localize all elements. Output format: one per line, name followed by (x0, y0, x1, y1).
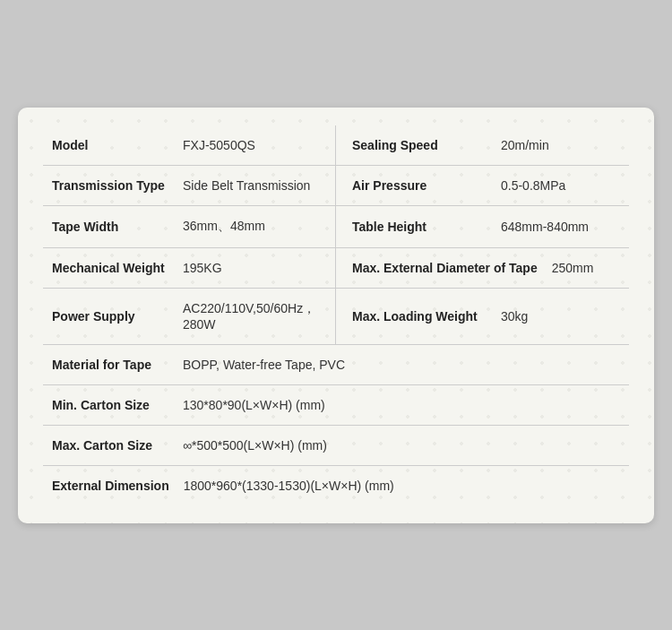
table-row: Tape Width36mm、48mmTable Height648mm-840… (43, 206, 629, 248)
spec-label: Air Pressure (352, 178, 487, 193)
spec-cell-full: Min. Carton Size130*80*90(L×W×H) (mm) (43, 385, 629, 425)
spec-label: Max. Carton Size (52, 438, 168, 453)
spec-cell-full: Max. Carton Size∞*500*500(L×W×H) (mm) (43, 426, 629, 465)
spec-label: Tape Width (52, 220, 168, 234)
spec-label: Model (52, 138, 168, 152)
table-row: Mechanical Weight195KGMax. External Diam… (43, 248, 629, 289)
table-row: Material for TapeBOPP, Water-free Tape, … (43, 345, 629, 385)
spec-cell-left: Transmission TypeSide Belt Transmission (43, 166, 336, 205)
table-row: Transmission TypeSide Belt TransmissionA… (43, 166, 629, 206)
spec-cell-left: Tape Width36mm、48mm (43, 206, 336, 247)
spec-label: Sealing Speed (352, 138, 487, 152)
spec-value: Side Belt Transmission (183, 178, 310, 193)
table-row: Power SupplyAC220/110V,50/60Hz，280WMax. … (43, 289, 629, 345)
table-row: External Dimension1800*960*(1330-1530)(L… (43, 466, 629, 505)
spec-value: 0.5-0.8MPa (501, 178, 565, 193)
table-row: ModelFXJ-5050QSSealing Speed20m/min (43, 125, 629, 166)
spec-cell-full: Material for TapeBOPP, Water-free Tape, … (43, 345, 629, 384)
spec-value: 20m/min (501, 138, 549, 152)
spec-value: AC220/110V,50/60Hz，280W (183, 301, 326, 332)
spec-value: 130*80*90(L×W×H) (mm) (183, 398, 325, 412)
spec-label: Max. Loading Weight (352, 309, 487, 324)
table-row: Min. Carton Size130*80*90(L×W×H) (mm) (43, 385, 629, 426)
spec-cell-left: Power SupplyAC220/110V,50/60Hz，280W (43, 289, 336, 344)
spec-value: 250mm (552, 261, 594, 275)
spec-card: ModelFXJ-5050QSSealing Speed20m/minTrans… (18, 108, 654, 523)
spec-value: 1800*960*(1330-1530)(L×W×H) (mm) (184, 479, 394, 493)
spec-label: Max. External Diameter of Tape (352, 261, 538, 275)
spec-cell-right: Max. External Diameter of Tape250mm (336, 248, 629, 288)
spec-cell-left: ModelFXJ-5050QS (43, 125, 336, 165)
spec-value: 30kg (501, 309, 528, 324)
spec-value: ∞*500*500(L×W×H) (mm) (183, 438, 327, 453)
spec-value: 36mm、48mm (183, 219, 265, 235)
spec-value: BOPP, Water-free Tape, PVC (183, 358, 345, 372)
spec-cell-right: Table Height648mm-840mm (336, 206, 629, 247)
spec-value: 648mm-840mm (501, 220, 589, 234)
table-row: Max. Carton Size∞*500*500(L×W×H) (mm) (43, 426, 629, 466)
spec-label: Min. Carton Size (52, 398, 168, 412)
spec-value: FXJ-5050QS (183, 138, 255, 152)
spec-label: Table Height (352, 220, 487, 234)
spec-label: Power Supply (52, 309, 168, 324)
spec-label: Mechanical Weight (52, 261, 168, 275)
spec-cell-right: Max. Loading Weight30kg (336, 289, 629, 344)
spec-cell-full: External Dimension1800*960*(1330-1530)(L… (43, 466, 629, 505)
spec-label: Transmission Type (52, 178, 168, 193)
spec-value: 195KG (183, 261, 222, 275)
spec-label: External Dimension (52, 479, 169, 493)
spec-label: Material for Tape (52, 358, 168, 372)
spec-cell-left: Mechanical Weight195KG (43, 248, 336, 288)
spec-cell-right: Sealing Speed20m/min (336, 125, 629, 165)
spec-table: ModelFXJ-5050QSSealing Speed20m/minTrans… (43, 125, 629, 505)
spec-cell-right: Air Pressure0.5-0.8MPa (336, 166, 629, 205)
